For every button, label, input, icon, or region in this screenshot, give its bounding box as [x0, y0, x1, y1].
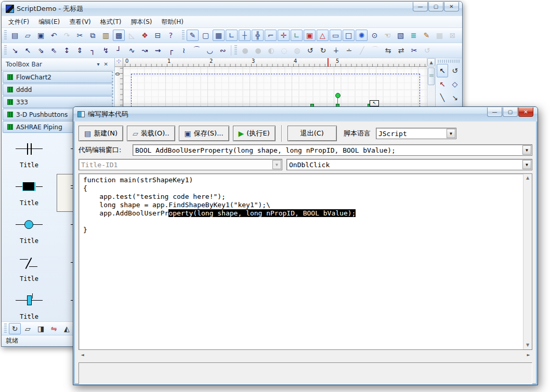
- mirror-angle-icon[interactable]: ◭: [61, 323, 73, 334]
- pick-shape-icon[interactable]: ▢: [200, 30, 212, 41]
- selected-shape[interactable]: ↖: [370, 100, 379, 106]
- layers-icon[interactable]: ≣: [408, 30, 420, 41]
- arc-link-icon[interactable]: ⌒: [191, 45, 203, 56]
- pipe-valve-shape[interactable]: Title: [2, 288, 57, 321]
- arrow-link-vertical-icon[interactable]: ⇕: [74, 45, 86, 56]
- copy-icon[interactable]: ⧉: [87, 30, 99, 41]
- menu-item[interactable]: 帮助(H): [156, 16, 188, 28]
- code-editor[interactable]: function main(strShapeKey1){ app.test("t…: [79, 174, 523, 349]
- intersect-icon[interactable]: ◌: [278, 45, 290, 56]
- grid-icon[interactable]: ▦: [213, 30, 225, 41]
- pan-hand-icon[interactable]: ☜: [382, 30, 394, 41]
- script-language-select[interactable]: JScript ▼: [376, 128, 456, 139]
- wave-link-icon[interactable]: ∿: [126, 45, 138, 56]
- ruler-icon[interactable]: ◺: [126, 30, 138, 41]
- chevron-down-icon[interactable]: ▼: [272, 160, 281, 169]
- pattern-grid-icon[interactable]: ▦: [434, 30, 446, 41]
- arrow-link-up-icon[interactable]: ⇖: [48, 45, 60, 56]
- step-link-up-icon[interactable]: ┘: [113, 45, 125, 56]
- editor-vertical-scrollbar[interactable]: ▲ ▼: [523, 174, 532, 349]
- dialog-close-button[interactable]: ✕: [518, 107, 533, 117]
- menu-item[interactable]: 文件(F): [4, 16, 34, 28]
- function-prototype-select[interactable]: BOOL AddBoolUserProperty(long shape, lon…: [133, 144, 532, 156]
- fragment-icon[interactable]: ◍: [291, 45, 303, 56]
- properties-icon[interactable]: ▧: [395, 30, 407, 41]
- line-tool-icon[interactable]: ╲: [437, 91, 448, 104]
- s-curve-link-icon[interactable]: ∾: [217, 45, 229, 56]
- connect-corner-icon[interactable]: ∟: [291, 30, 303, 41]
- paste-icon[interactable]: ▥: [100, 30, 112, 41]
- toolbar-grip[interactable]: [438, 60, 460, 63]
- rotate-tool-icon[interactable]: ↻: [9, 323, 21, 334]
- menu-item[interactable]: 格式(T): [96, 16, 126, 28]
- combine-icon[interactable]: ●: [252, 45, 264, 56]
- save-script-button[interactable]: ▣ 保存(S)...: [179, 126, 229, 141]
- pipe-black-box-shape[interactable]: Title: [2, 174, 57, 212]
- event-select[interactable]: OnDblClick ▼: [286, 159, 532, 170]
- freeform-icon[interactable]: ↺: [421, 45, 433, 56]
- arc-down-link-icon[interactable]: ◡: [204, 45, 216, 56]
- shear-tool-icon[interactable]: ▱: [22, 323, 34, 334]
- toolbox-collapse-icon[interactable]: ▾: [95, 61, 102, 67]
- zigzag-link-icon[interactable]: ↯: [100, 45, 112, 56]
- toolbar-grip[interactable]: [4, 30, 7, 40]
- rotate-select-icon[interactable]: ↺: [449, 64, 461, 77]
- subtract-icon[interactable]: ◐: [265, 45, 277, 56]
- guide-lines-icon[interactable]: ┼: [239, 30, 251, 41]
- spline-link-icon[interactable]: ≀: [178, 45, 190, 56]
- polyline-select-icon[interactable]: ∟: [226, 30, 238, 41]
- toolbox-group[interactable]: dddd: [3, 84, 113, 96]
- toolbar-grip[interactable]: [182, 30, 185, 40]
- cut-icon[interactable]: ✂: [74, 30, 86, 41]
- space-vertical-icon[interactable]: ⇄: [395, 45, 407, 56]
- multi-select-icon[interactable]: ↖: [437, 77, 448, 91]
- link-down-icon[interactable]: ↘: [9, 45, 21, 56]
- page-frame-icon[interactable]: ╬: [252, 30, 264, 41]
- exit-button[interactable]: 退出(C): [287, 126, 337, 141]
- pick-box-icon[interactable]: ▭: [330, 30, 342, 41]
- minimize-button[interactable]: —: [413, 2, 428, 11]
- load-script-button[interactable]: ▱ 装载(O)..: [127, 126, 175, 141]
- main-titlebar[interactable]: ScriptDemo - 无标题 — ▢ ✕: [2, 2, 462, 16]
- space-horizontal-icon[interactable]: ⇆: [382, 45, 394, 56]
- link-up-icon[interactable]: ↖: [22, 45, 34, 56]
- new-document-icon[interactable]: ▤: [9, 30, 21, 41]
- rotate-left-icon[interactable]: ↺: [304, 45, 316, 56]
- open-folder-icon[interactable]: ▱: [22, 30, 34, 41]
- new-script-button[interactable]: ▤ 新建(N): [78, 126, 123, 141]
- step-link-icon[interactable]: ┐: [87, 45, 99, 56]
- flip-tool-icon[interactable]: ◨: [35, 323, 47, 334]
- node-edit-icon[interactable]: ◇: [449, 77, 461, 91]
- zoom-lens-icon[interactable]: ⊙: [369, 30, 381, 41]
- color-palette-icon[interactable]: ❖: [139, 30, 151, 41]
- pipe-z-shape[interactable]: Title: [2, 250, 57, 288]
- undo-icon[interactable]: ↶: [48, 30, 60, 41]
- triangle-tool-icon[interactable]: △: [317, 30, 329, 41]
- union-icon[interactable]: ●: [239, 45, 251, 56]
- scrollbar-thumb[interactable]: [428, 67, 435, 85]
- close-button[interactable]: ✕: [444, 2, 459, 11]
- select-arrow-icon[interactable]: ↖: [437, 64, 448, 77]
- shape-size-icon[interactable]: ⊠: [447, 30, 459, 41]
- scroll-up-icon[interactable]: ▲: [427, 58, 435, 66]
- curve-arrow-link-icon[interactable]: ⇝: [152, 45, 164, 56]
- chevron-down-icon[interactable]: ▼: [522, 145, 531, 155]
- pipe-circle-shape[interactable]: Title: [2, 212, 57, 250]
- frame-box-icon[interactable]: □: [343, 30, 355, 41]
- maximize-button[interactable]: ▢: [428, 2, 443, 11]
- straight-segment-icon[interactable]: ╱: [356, 45, 368, 56]
- scroll-down-icon[interactable]: ▼: [523, 341, 532, 349]
- toolbar-grip[interactable]: [4, 45, 7, 56]
- insert-picture-icon[interactable]: ▩: [113, 30, 125, 41]
- arrow-line-icon[interactable]: ↘: [449, 91, 461, 104]
- scroll-up-icon[interactable]: ▲: [523, 174, 532, 182]
- save-icon[interactable]: ▣: [35, 30, 47, 41]
- menu-item[interactable]: 编辑(E): [34, 16, 64, 28]
- link-vertical-icon[interactable]: ↕: [61, 45, 73, 56]
- add-node-icon[interactable]: ∔: [330, 45, 342, 56]
- dialog-titlebar[interactable]: 编写脚本代码 — ▢ ✕: [73, 107, 538, 121]
- chevron-down-icon[interactable]: ▼: [522, 160, 531, 169]
- toolbar-grip[interactable]: [4, 323, 7, 334]
- menu-item[interactable]: 脚本(S): [126, 16, 157, 28]
- select-handles-icon[interactable]: ▣: [304, 30, 316, 41]
